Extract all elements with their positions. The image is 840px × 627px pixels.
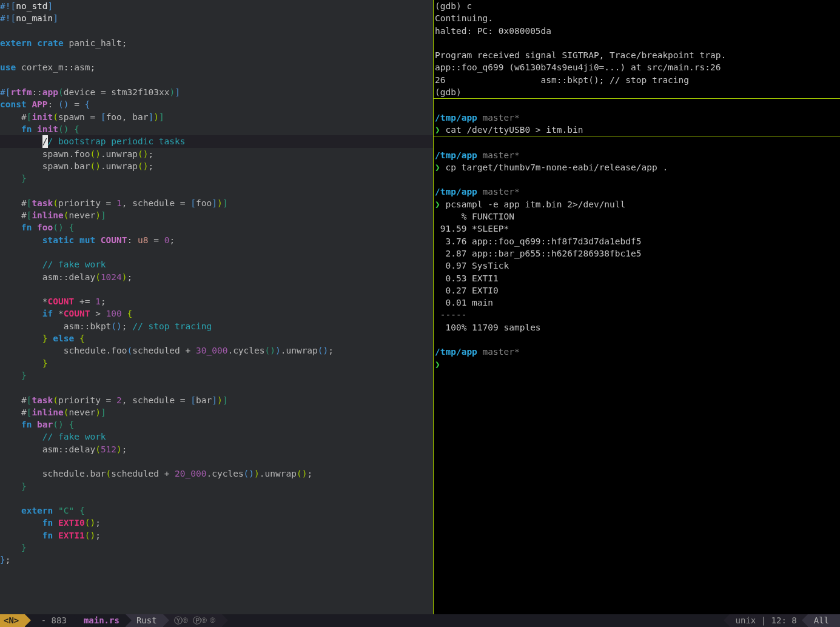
cursor: / bbox=[42, 135, 48, 147]
modified-flag: - 883 bbox=[25, 614, 73, 627]
main-layout: #![no_std] #![no_main] extern crate pani… bbox=[0, 0, 840, 614]
prompt-icon: ❯ bbox=[435, 125, 440, 135]
evil-state: <N> bbox=[0, 614, 25, 627]
minor-modes: Ⓨⓔ Ⓟⓔ ⓔ bbox=[163, 614, 222, 627]
source-code[interactable]: #![no_std] #![no_main] extern crate pani… bbox=[0, 0, 433, 566]
buffer-name[interactable]: main.rs bbox=[73, 614, 126, 627]
prompt-icon: ❯ bbox=[435, 360, 440, 369]
cursor-line: // bootstrap periodic tasks bbox=[0, 135, 433, 147]
gdb-pane[interactable]: (gdb) c Continuing. halted: PC: 0x080005… bbox=[434, 0, 840, 99]
terminal-1[interactable]: /tmp/app master* ❯ cat /dev/ttyUSB0 > it… bbox=[434, 99, 840, 136]
prompt-icon: ❯ bbox=[435, 200, 440, 209]
terminal-2[interactable]: /tmp/app master* ❯ cp target/thumbv7m-no… bbox=[434, 136, 840, 370]
encoding: unix | 12: 8 bbox=[730, 614, 808, 627]
editor-pane[interactable]: #![no_std] #![no_main] extern crate pani… bbox=[0, 0, 433, 614]
scroll-position: All bbox=[808, 614, 840, 627]
prompt-icon: ❯ bbox=[435, 163, 440, 172]
terminal-panes: (gdb) c Continuing. halted: PC: 0x080005… bbox=[433, 0, 840, 614]
mode-line: <N> - 883 main.rs Rust Ⓨⓔ Ⓟⓔ ⓔ unix | 12… bbox=[0, 614, 840, 627]
